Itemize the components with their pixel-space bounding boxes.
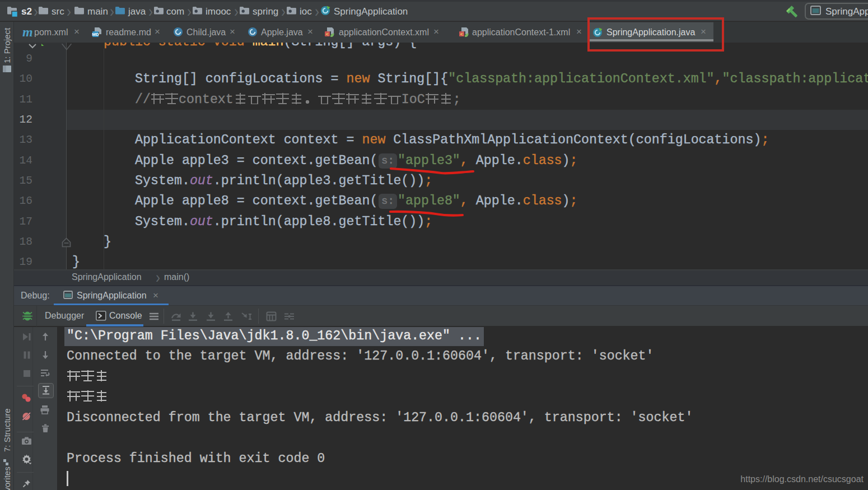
svg-text:<: < [460,31,463,37]
svg-text:MD: MD [92,32,99,37]
svg-text:<: < [326,31,329,37]
